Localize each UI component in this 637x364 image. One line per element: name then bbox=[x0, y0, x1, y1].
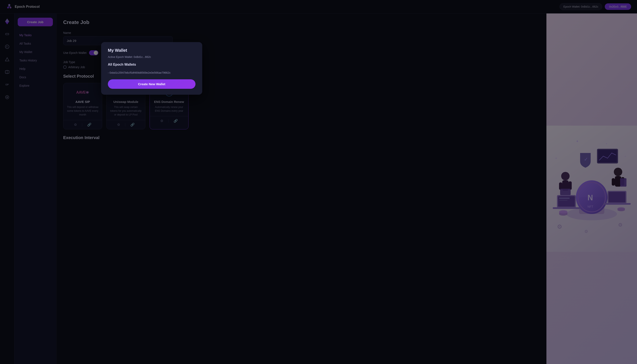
modal-active-wallet: Active Epoch Wallet: 0xBd1c...662c bbox=[108, 55, 195, 58]
modal-overlay[interactable]: My Wallet Active Epoch Wallet: 0xBd1c...… bbox=[0, 0, 637, 364]
modal-title: My Wallet bbox=[108, 48, 195, 53]
create-new-wallet-button[interactable]: Create New Wallet bbox=[108, 79, 195, 89]
my-wallet-modal: My Wallet Active Epoch Wallet: 0xBd1c...… bbox=[101, 42, 202, 95]
wallet-address-item[interactable]: - 0xbd1c25f47b6cf5df469d8569e2e0e566ae79… bbox=[108, 70, 195, 76]
modal-all-wallets-title: All Epoch Wallets bbox=[108, 63, 195, 66]
